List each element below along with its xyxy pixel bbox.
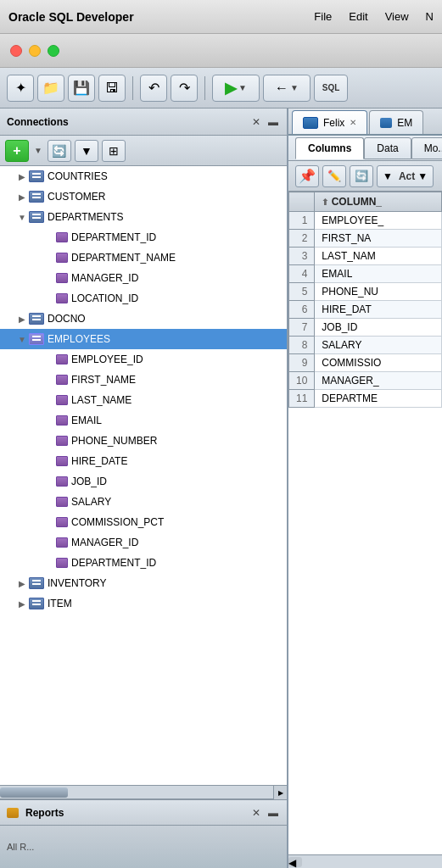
- maximize-button[interactable]: [48, 45, 59, 57]
- sql-worksheet-button[interactable]: SQL: [314, 75, 348, 102]
- actions-dropdown-label: ▼: [383, 170, 393, 182]
- tree-item-department-id2[interactable]: ▶ DEPARTMENT_ID: [0, 553, 287, 573]
- tab-data[interactable]: Data: [364, 137, 411, 159]
- expand-icon-inventory[interactable]: ▶: [17, 578, 27, 588]
- tree-item-last-name[interactable]: ▶ LAST_NAME: [0, 390, 287, 410]
- table-row[interactable]: 8 SALARY: [289, 337, 442, 354]
- tab-bar: Felix ✕ EM: [288, 108, 442, 136]
- tree-item-salary[interactable]: ▶ SALARY: [0, 492, 287, 512]
- tree-item-manager-id-dept[interactable]: ▶ MANAGER_ID: [0, 268, 287, 288]
- table-icon-item: [29, 598, 44, 609]
- table-row[interactable]: 5 PHONE_NU: [289, 283, 442, 301]
- actions-dropdown[interactable]: ▼ Act ▼: [377, 165, 434, 187]
- tree-label-item: ITEM: [48, 598, 72, 609]
- filter-button[interactable]: ▼: [75, 140, 98, 162]
- tab-em[interactable]: EM: [369, 110, 423, 134]
- save-button[interactable]: 💾: [68, 75, 95, 102]
- menu-edit[interactable]: Edit: [349, 10, 367, 23]
- expand-icon-employees[interactable]: ▼: [17, 334, 27, 344]
- tree-item-inventory[interactable]: ▶ INVENTORY: [0, 573, 287, 593]
- close-button[interactable]: [10, 45, 22, 57]
- save-all-button[interactable]: 🖫: [98, 75, 126, 102]
- refresh-button[interactable]: 🔄: [48, 140, 71, 162]
- new-button[interactable]: ✦: [7, 75, 34, 102]
- minimize-button[interactable]: [29, 45, 41, 57]
- col-icon-mgr-id: [56, 273, 68, 283]
- tree-item-employee-id[interactable]: ▶ EMPLOYEE_ID: [0, 349, 287, 370]
- table-icon-employees: [29, 333, 44, 345]
- col-header-name[interactable]: ⬆ COLUMN_: [315, 192, 442, 212]
- tree-hscrollbar-thumb[interactable]: [0, 787, 68, 798]
- data-table[interactable]: ⬆ COLUMN_ 1 EMPLOYEE_ 2 FIRST_NA 3 LAST_…: [288, 192, 442, 854]
- tree-label-commission-pct: COMMISSION_PCT: [71, 516, 164, 528]
- connections-close[interactable]: ✕: [249, 115, 263, 129]
- add-connection-button[interactable]: +: [5, 140, 29, 162]
- tab-model[interactable]: Mo...: [411, 137, 442, 159]
- connections-minimize[interactable]: ▬: [266, 115, 280, 129]
- back-button[interactable]: ← ▼: [263, 75, 311, 102]
- open-button[interactable]: 📁: [37, 75, 64, 102]
- tree-item-location-id[interactable]: ▶ LOCATION_ID: [0, 288, 287, 309]
- table-row[interactable]: 6 HIRE_DAT: [289, 301, 442, 319]
- table-row[interactable]: 7 JOB_ID: [289, 319, 442, 337]
- expand-icon-item[interactable]: ▶: [17, 598, 27, 609]
- table-row[interactable]: 2 FIRST_NA: [289, 230, 442, 248]
- expand-icon-countries[interactable]: ▶: [17, 171, 27, 181]
- expand-icon-customer[interactable]: ▶: [17, 192, 27, 202]
- tree-item-docno[interactable]: ▶ DOCNO: [0, 309, 287, 329]
- table-row[interactable]: 10 MANAGER_: [289, 372, 442, 390]
- table-row[interactable]: 1 EMPLOYEE_: [289, 212, 442, 230]
- expand-icon-departments[interactable]: ▼: [17, 212, 27, 222]
- tree-item-email[interactable]: ▶ EMAIL: [0, 410, 287, 431]
- table-row[interactable]: 4 EMAIL: [289, 265, 442, 283]
- run-button[interactable]: ▶ ▼: [212, 75, 260, 102]
- tree-item-first-name[interactable]: ▶ FIRST_NAME: [0, 370, 287, 390]
- tree-label-last-name: LAST_NAME: [71, 394, 131, 406]
- pin-button[interactable]: 📌: [295, 165, 319, 187]
- left-panel: Connections ✕ ▬ + ▼ 🔄 ▼ ⊞ ▶ COUNTRIES ▶: [0, 108, 288, 868]
- tree-item-item[interactable]: ▶ ITEM: [0, 593, 287, 614]
- right-hscrollbar-left[interactable]: ◀: [288, 857, 302, 867]
- tree-item-employees[interactable]: ▼ EMPLOYEES: [0, 329, 287, 349]
- schema-button[interactable]: ⊞: [102, 140, 126, 162]
- add-dropdown-arrow[interactable]: ▼: [34, 146, 42, 155]
- redo-button[interactable]: ↷: [171, 75, 198, 102]
- col-icon-job-id: [56, 476, 68, 487]
- reports-close[interactable]: ✕: [249, 806, 263, 820]
- expand-icon-docno[interactable]: ▶: [17, 314, 27, 324]
- table-icon-inventory: [29, 577, 44, 589]
- reports-minimize[interactable]: ▬: [266, 806, 280, 820]
- menu-more[interactable]: N: [426, 10, 434, 23]
- edit-button[interactable]: ✏️: [322, 165, 346, 187]
- tree-item-departments[interactable]: ▼ DEPARTMENTS: [0, 207, 287, 227]
- table-row[interactable]: 9 COMMISSIO: [289, 354, 442, 372]
- tab-felix-close[interactable]: ✕: [350, 118, 356, 127]
- tree-item-job-id[interactable]: ▶ JOB_ID: [0, 471, 287, 492]
- right-hscrollbar[interactable]: ◀: [288, 854, 442, 868]
- tab-columns[interactable]: Columns: [295, 137, 364, 159]
- tree-item-manager-id[interactable]: ▶ MANAGER_ID: [0, 532, 287, 553]
- row-num-1: 1: [289, 212, 315, 230]
- table-row[interactable]: 11 DEPARTME: [289, 390, 442, 408]
- tree-label-dept-id: DEPARTMENT_ID: [71, 231, 156, 243]
- tree-item-department-id[interactable]: ▶ DEPARTMENT_ID: [0, 227, 287, 248]
- tree-item-countries[interactable]: ▶ COUNTRIES: [0, 166, 287, 186]
- tree-item-commission-pct[interactable]: ▶ COMMISSION_PCT: [0, 512, 287, 532]
- table-row[interactable]: 3 LAST_NAM: [289, 248, 442, 265]
- tab-felix[interactable]: Felix ✕: [292, 110, 367, 134]
- reports-item[interactable]: All R...: [7, 842, 34, 852]
- col-name-4: EMAIL: [315, 265, 442, 283]
- tree-hscrollbar[interactable]: ▶: [0, 785, 287, 798]
- tree-item-department-name[interactable]: ▶ DEPARTMENT_NAME: [0, 248, 287, 268]
- col-name-2: FIRST_NA: [315, 230, 442, 248]
- menu-file[interactable]: File: [314, 10, 332, 23]
- tree-item-phone-number[interactable]: ▶ PHONE_NUMBER: [0, 431, 287, 451]
- tree-view[interactable]: ▶ COUNTRIES ▶ CUSTOMER ▼ DEPARTMENTS ▶ D…: [0, 166, 287, 785]
- undo-button[interactable]: ↶: [140, 75, 167, 102]
- tree-item-customer[interactable]: ▶ CUSTOMER: [0, 186, 287, 207]
- refresh-action-button[interactable]: 🔄: [350, 165, 373, 187]
- tree-item-hire-date[interactable]: ▶ HIRE_DATE: [0, 451, 287, 471]
- menu-view[interactable]: View: [385, 10, 409, 23]
- tree-hscrollbar-right[interactable]: ▶: [273, 786, 287, 799]
- em-db-icon: [380, 118, 392, 128]
